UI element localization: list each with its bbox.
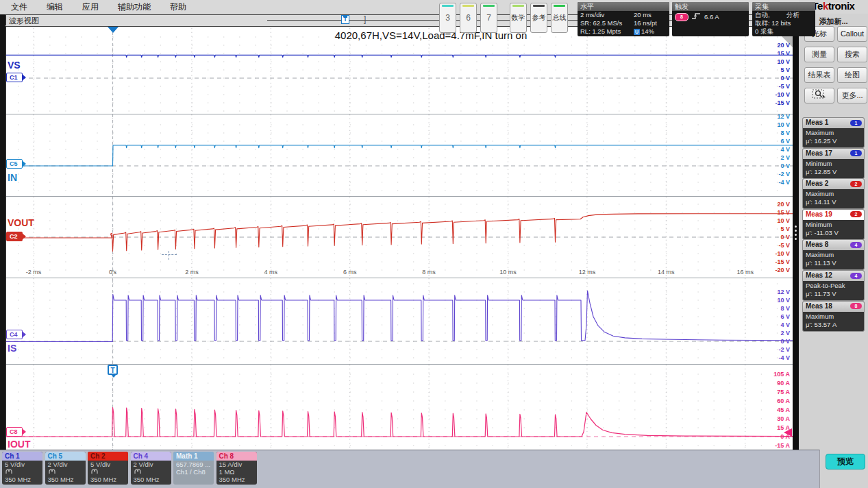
horizontal-panel[interactable]: 水平2 ms/div20 msSR: 62.5 MS/s16 ns/ptRL: … — [578, 2, 669, 36]
menu-item-帮助[interactable]: 帮助 — [170, 1, 186, 13]
meas-stat: Maximum — [806, 251, 861, 259]
rising-edge-icon — [692, 12, 701, 22]
axis-label: -2 V — [758, 347, 790, 353]
sidebar-button-更多...[interactable]: 更多... — [837, 88, 867, 103]
meas-value: μ': 16.25 V — [806, 137, 861, 145]
trace-vout — [6, 214, 793, 252]
axis-label: 0 A — [758, 434, 790, 440]
axis-label: 90 A — [758, 380, 790, 387]
channel-badge-header: Ch 1 — [2, 452, 42, 461]
acquisition-row: 取样: 12 bits — [752, 19, 815, 27]
time-label: 16 ms — [736, 269, 754, 276]
channel-badge-ch4[interactable]: Ch 42 V/div350 MHz — [131, 452, 171, 485]
horizontal-title: 水平 — [578, 2, 669, 11]
axis-label: 10 V — [758, 218, 790, 224]
meas-card-body: Maximumμ': 16.25 V — [803, 128, 864, 147]
channel-color-stripe — [462, 5, 474, 7]
sidebar-button-zoom[interactable] — [804, 88, 834, 103]
acquisition-title: 采集 — [752, 2, 815, 11]
trigger-level-value: 6.6 A — [704, 13, 719, 21]
probe-icon — [2, 468, 42, 476]
probe-icon — [90, 468, 99, 474]
axis-label: 0 V — [758, 75, 790, 82]
channel-badge-math1[interactable]: Math 1657.7869 ...Ch1 / Ch8 — [173, 452, 214, 485]
logo-red-k: k — [823, 0, 828, 12]
sidebar-button-结果表[interactable]: 结果表 — [804, 67, 834, 83]
meas-card-meas12[interactable]: Meas 124Peak-to-Peakμ': 11.73 V — [802, 270, 865, 301]
sidebar-button-绘图[interactable]: 绘图 — [837, 67, 867, 83]
meas-card-header: Meas 22 — [803, 179, 864, 189]
channel-badge-ch1[interactable]: Ch 15 V/div350 MHz — [2, 452, 42, 485]
menu-item-编辑[interactable]: 编辑 — [47, 1, 63, 13]
channel-name-in: IN — [8, 172, 17, 183]
channel-info: 350 MHz — [88, 476, 128, 483]
add-channel-button-6[interactable]: 6 — [460, 3, 477, 33]
axis-label: 12 V — [758, 114, 790, 120]
meas-name: Meas 1 — [806, 119, 828, 126]
acquisition-row: 自动,分析 — [752, 11, 815, 19]
trigger-t-marker[interactable]: T — [108, 365, 118, 375]
meas-source-badge: 1 — [850, 150, 862, 156]
meas-card-meas8[interactable]: Meas 84Maximumμ': 11.13 V — [802, 239, 865, 270]
add-channel-button-参考[interactable]: 参考 — [530, 3, 547, 33]
meas-card-meas1[interactable]: Meas 11Maximumμ': 16.25 V — [802, 117, 865, 148]
axis-label: 8 V — [758, 130, 790, 136]
channel-info: Ch1 / Ch8 — [173, 468, 214, 476]
meas-card-meas19[interactable]: Meas 192Minimumμ': -11.03 V — [802, 209, 865, 240]
menu-item-辅助功能[interactable]: 辅助功能 — [118, 1, 151, 13]
trigger-row: 86.6 A — [672, 12, 749, 22]
channel-tag-c2[interactable]: C2 — [6, 232, 23, 241]
add-channel-button-7[interactable]: 7 — [480, 3, 497, 33]
channel-tag-c4[interactable]: C4 — [6, 330, 23, 339]
channel-badge-ch5[interactable]: Ch 52 V/div350 MHz — [45, 452, 86, 485]
meas-card-body: Minimumμ': -11.03 V — [803, 220, 864, 239]
trigger-panel[interactable]: 触发86.6 A — [672, 2, 749, 36]
menu-item-应用[interactable]: 应用 — [82, 1, 99, 13]
channel-badge-ch2[interactable]: Ch 25 V/div350 MHz — [88, 452, 128, 485]
channel-badge-ch8[interactable]: Ch 815 A/div1 MΩ350 MHz — [216, 452, 257, 485]
channel-tag-c8[interactable]: C8 — [6, 427, 23, 437]
axis-label: 10 V — [758, 297, 790, 304]
axis-label: -15 A — [758, 443, 790, 449]
add-channel-button-总线[interactable]: 总线 — [551, 3, 568, 33]
meas-card-meas2[interactable]: Meas 22Maximumμ': 14.11 V — [802, 178, 865, 209]
waveform-display[interactable]: 4020,67H,VS=14V,Load=4.7mF,IN turn on T … — [5, 26, 794, 450]
meas-card-body: Maximumμ': 53.57 A — [803, 312, 864, 331]
add-channel-button-数学[interactable]: 数学 — [510, 3, 527, 33]
meas-value: μ': -11.03 V — [806, 229, 861, 237]
window-left-edge — [0, 14, 5, 450]
probe-icon — [45, 468, 86, 476]
axis-label: 15 V — [758, 51, 790, 57]
sidebar-button-Callout[interactable]: Callout — [837, 26, 867, 42]
trace-is — [6, 291, 793, 341]
axis-label: 5 V — [758, 226, 790, 232]
add-channel-button-3[interactable]: 3 — [439, 3, 456, 33]
meas-stat: Maximum — [806, 313, 861, 321]
meas-stat: Maximum — [806, 190, 861, 198]
channel-tag-c1[interactable]: C1 — [6, 73, 23, 82]
meas-name: Meas 18 — [806, 302, 832, 310]
sidebar-button-搜索[interactable]: 搜索 — [837, 47, 867, 62]
menu-item-文件[interactable]: 文件 — [11, 1, 27, 13]
meas-card-meas17[interactable]: Meas 171Minimumμ': 12.85 V — [802, 148, 865, 179]
axis-label: -15 V — [758, 100, 790, 106]
panel-divider-strip[interactable] — [793, 14, 799, 450]
time-label: 6 ms — [343, 269, 357, 276]
horizontal-col2: U14% — [634, 27, 654, 36]
meas-source-badge: 4 — [850, 242, 862, 248]
meas-card-body: Peak-to-Peakμ': 11.73 V — [803, 281, 864, 300]
meas-card-meas18[interactable]: Meas 188Maximumμ': 53.57 A — [802, 301, 865, 332]
overview-zoom-bracket[interactable]: ] — [364, 14, 366, 24]
time-label: 14 ms — [658, 269, 675, 276]
sidebar-button-测量[interactable]: 测量 — [804, 47, 834, 62]
trigger-position-icon[interactable] — [108, 27, 119, 33]
channel-tag-c5[interactable]: C5 — [6, 159, 23, 169]
time-label: 8 ms — [422, 269, 436, 276]
acquisition-panel[interactable]: 采集自动,分析取样: 12 bits0 采集 — [752, 2, 815, 36]
zoom-select-icon — [812, 88, 827, 99]
preview-button[interactable]: 预览 — [826, 454, 865, 469]
axis-label: 12 V — [758, 289, 790, 295]
overview-trigger-marker[interactable]: T — [341, 15, 349, 24]
meas-name: Meas 19 — [806, 210, 832, 218]
meas-stat: Maximum — [806, 129, 861, 137]
